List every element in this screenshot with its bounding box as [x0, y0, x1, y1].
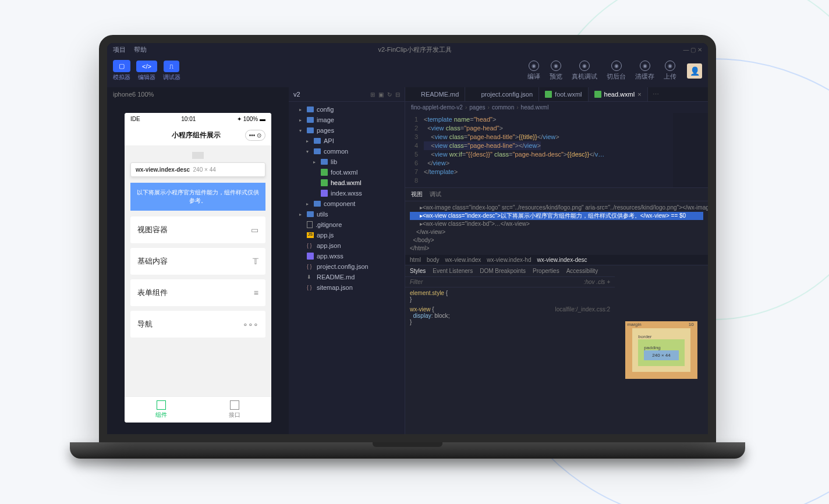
devtools: 视图 调试 ▸<wx-image class="index-logo" src=…	[405, 187, 708, 434]
breadcrumb: fino-applet-demo-v2›pages›common›head.wx…	[405, 102, 708, 113]
tab-overflow[interactable]: ⋯	[648, 91, 664, 98]
tree-node[interactable]: ▸lib	[289, 157, 405, 167]
simulator-panel: iphone6 100% IDE 10:01 ✦ 100% ▬ 小程序组件展示	[107, 87, 289, 434]
new-folder-icon[interactable]: ▣	[378, 91, 384, 98]
tree-node[interactable]: app.wxss	[289, 251, 405, 261]
preview-button[interactable]: ◉预览	[545, 61, 567, 81]
tree-node[interactable]: head.wxml	[289, 178, 405, 188]
sim-menu-item[interactable]: 视图容器▭	[130, 216, 265, 243]
mode-editor[interactable]: </>	[136, 61, 157, 72]
app-title: v2-FinClip小程序开发工具	[155, 45, 675, 54]
collapse-icon[interactable]: ⊟	[395, 91, 400, 98]
compile-button[interactable]: ◉编译	[523, 61, 545, 81]
tabbar-item[interactable]: 组件	[125, 397, 198, 423]
editor-tab[interactable]: head.wxml×	[589, 87, 648, 101]
editor-tabs: README.mdproject.config.jsonfoot.wxmlhea…	[405, 87, 708, 102]
upload-button[interactable]: ◉上传	[659, 61, 681, 81]
menu-project[interactable]: 项目	[113, 45, 126, 54]
phone-tabbar: 组件接口	[125, 396, 271, 423]
sim-menu-item[interactable]: 导航∘∘∘	[130, 311, 265, 338]
background-button[interactable]: ◉切后台	[602, 61, 630, 81]
file-explorer: v2 ⊞ ▣ ↻ ⊟ ▸config▸image▾pages▸API▾commo…	[289, 87, 405, 434]
tree-node[interactable]: ▸utils	[289, 209, 405, 219]
mode-simulator[interactable]: ▢	[113, 60, 130, 72]
styles-panel: StylesEvent ListenersDOM BreakpointsProp…	[405, 265, 615, 434]
refresh-icon[interactable]: ↻	[387, 91, 392, 98]
devtools-top-tabs[interactable]: 视图 调试	[405, 188, 708, 201]
new-file-icon[interactable]: ⊞	[370, 91, 375, 98]
mode-debugger[interactable]: ⎍	[164, 61, 179, 72]
laptop-mockup: 项目 帮助 v2-FinClip小程序开发工具 — ▢ ✕ ▢模拟器 </>编辑…	[99, 35, 716, 459]
editor-tab[interactable]: project.config.json	[465, 87, 539, 101]
minimap[interactable]	[673, 113, 708, 187]
tree-node[interactable]: ⬇README.md	[289, 272, 405, 282]
tree-node[interactable]: { }project.config.json	[289, 261, 405, 272]
tree-node[interactable]: JSapp.js	[289, 230, 405, 240]
ide-window: 项目 帮助 v2-FinClip小程序开发工具 — ▢ ✕ ▢模拟器 </>编辑…	[107, 43, 708, 434]
css-rules[interactable]: element.style {}</span><span class="css-…	[405, 288, 615, 434]
window-controls[interactable]: — ▢ ✕	[683, 47, 702, 53]
phone-status-bar: IDE 10:01 ✦ 100% ▬	[125, 113, 271, 125]
tree-node[interactable]: ▸config	[289, 104, 405, 115]
editor-tab[interactable]: foot.wxml	[539, 87, 588, 101]
file-tree[interactable]: ▸config▸image▾pages▸API▾common▸libfoot.w…	[289, 102, 405, 295]
highlighted-element: 以下将展示小程序官方组件能力，组件样式仅供参考。	[130, 183, 265, 211]
filter-input[interactable]: Filter	[410, 279, 423, 285]
tree-node[interactable]: { }sitemap.json	[289, 282, 405, 293]
sim-menu-item[interactable]: 基础内容𝕋	[130, 248, 265, 275]
avatar[interactable]: 👤	[687, 63, 702, 79]
tree-node[interactable]: index.wxss	[289, 188, 405, 198]
toolbar: ▢模拟器 </>编辑器 ⎍调试器 ◉编译◉预览◉真机调试◉切后台◉清缓存◉上传 …	[107, 56, 708, 87]
tabbar-item[interactable]: 接口	[198, 397, 271, 423]
tree-node[interactable]: foot.wxml	[289, 167, 405, 178]
box-model: margin 10 border padding 240 × 44	[615, 265, 708, 434]
menu-help[interactable]: 帮助	[134, 45, 147, 54]
menubar: 项目 帮助 v2-FinClip小程序开发工具 — ▢ ✕	[107, 43, 708, 56]
phone-menu-button[interactable]: ••• ⊙	[245, 130, 265, 141]
dom-breadcrumb[interactable]: htmlbodywx-view.indexwx-view.index-hdwx-…	[405, 255, 708, 265]
styles-tabs[interactable]: StylesEvent ListenersDOM BreakpointsProp…	[405, 265, 615, 277]
project-root: v2	[293, 91, 300, 98]
filter-hints[interactable]: :hov .cls +	[584, 279, 610, 285]
tree-node[interactable]: { }app.json	[289, 240, 405, 251]
device-info: iphone6 100%	[107, 87, 289, 101]
phone-preview: IDE 10:01 ✦ 100% ▬ 小程序组件展示 ••• ⊙	[125, 113, 271, 423]
code-editor[interactable]: 1<template name="head">2 <view class="pa…	[405, 113, 708, 187]
tree-node[interactable]: ▸component	[289, 198, 405, 209]
tree-node[interactable]: ▸image	[289, 115, 405, 125]
page-title: 小程序组件展示	[148, 130, 245, 140]
tree-node[interactable]: ▾pages	[289, 125, 405, 136]
tree-node[interactable]: ▾common	[289, 146, 405, 157]
dom-tree[interactable]: ▸<wx-image class="index-logo" src="../re…	[405, 201, 708, 255]
inspector-tooltip: wx-view.index-desc 240 × 44	[130, 162, 265, 177]
sim-menu-item[interactable]: 表单组件≡	[130, 279, 265, 306]
clear-cache-button[interactable]: ◉清缓存	[630, 61, 659, 81]
tree-node[interactable]: .gitignore	[289, 219, 405, 230]
remote-debug-button[interactable]: ◉真机调试	[567, 61, 602, 81]
tree-node[interactable]: ▸API	[289, 136, 405, 146]
editor-tab[interactable]: README.md	[405, 87, 465, 101]
